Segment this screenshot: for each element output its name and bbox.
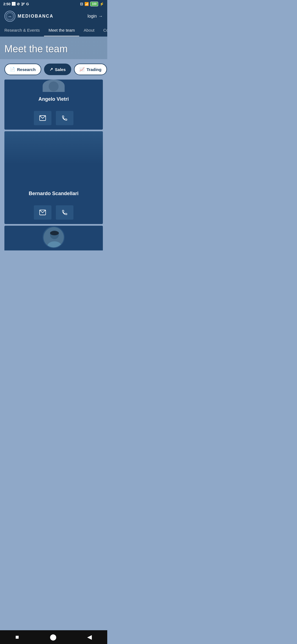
card-actions-bernardo — [4, 202, 103, 224]
battery-indicator: 100 — [90, 2, 98, 6]
screen-record-icon: ⊡ — [80, 2, 83, 6]
filter-trading-button[interactable]: 📈 Trading — [74, 64, 107, 75]
avatar-partial-third — [43, 226, 65, 248]
member-name-angelo: Angelo Vietri — [9, 96, 98, 102]
research-label: Research — [17, 67, 36, 72]
svg-point-11 — [50, 231, 59, 235]
brand-name: MEDIOBANCA — [18, 14, 53, 19]
trading-icon: 📈 — [79, 67, 85, 72]
filter-sales-button[interactable]: ↗ Sales — [44, 64, 71, 75]
team-card-bernardo: Bernardo Scandellari — [4, 131, 103, 224]
team-card-partial-bottom — [4, 226, 103, 250]
svg-text:MB: MB — [9, 16, 12, 18]
trading-label: Trading — [87, 67, 101, 72]
sales-icon: ↗ — [50, 67, 53, 72]
signal-icon: 🅽 — [12, 2, 15, 6]
phone-button-bernardo[interactable] — [56, 205, 73, 220]
phone-button-angelo[interactable] — [56, 111, 73, 125]
team-card-angelo: Angelo Vietri — [4, 80, 103, 130]
cards-area: Angelo Vietri Bernardo Scandellari — [0, 80, 107, 255]
app-header: MB MEDIOBANCA login → — [0, 8, 107, 24]
g-icon: G — [26, 2, 29, 6]
card-actions-angelo — [4, 108, 103, 130]
email-button-bernardo[interactable] — [34, 205, 51, 220]
status-bar: 2:50 🅽 ⊘ 🕊 G ⊡ 📶 100 ⚡ — [0, 0, 107, 8]
login-label[interactable]: login — [87, 14, 97, 19]
nav-tabs: Research & Events Meet the team About Co… — [0, 24, 107, 37]
card-body-bernardo: Bernardo Scandellari — [4, 186, 103, 202]
member-name-bernardo: Bernardo Scandellari — [9, 191, 98, 197]
bernardo-photo-area — [4, 131, 103, 186]
filter-area: 📄 Research ↗ Sales 📈 Trading — [0, 59, 107, 80]
login-area[interactable]: login → — [87, 14, 103, 19]
bolt-icon: ⚡ — [100, 2, 104, 6]
sales-label: Sales — [55, 67, 66, 72]
tab-research-events[interactable]: Research & Events — [0, 24, 44, 36]
login-icon: → — [98, 14, 103, 19]
dove-icon: 🕊 — [21, 2, 25, 6]
page-title: Meet the team — [4, 43, 103, 55]
avatar-partial-angelo — [43, 80, 65, 92]
email-button-angelo[interactable] — [34, 111, 51, 125]
status-right: ⊡ 📶 100 ⚡ — [80, 2, 104, 6]
tab-contact[interactable]: Co... — [99, 24, 108, 36]
time-display: 2:50 — [3, 2, 10, 6]
research-icon: 📄 — [10, 67, 15, 72]
logo-circle: MB — [4, 11, 15, 22]
svg-point-4 — [49, 81, 59, 91]
card-body-angelo: Angelo Vietri — [4, 92, 103, 108]
status-left: 2:50 🅽 ⊘ 🕊 G — [3, 2, 29, 6]
logo-area: MB MEDIOBANCA — [4, 11, 53, 22]
wifi-icon: 📶 — [84, 2, 89, 6]
tab-about[interactable]: About — [79, 24, 99, 36]
page-title-section: Meet the team — [0, 37, 107, 59]
circle-icon: ⊘ — [17, 2, 20, 6]
filter-research-button[interactable]: 📄 Research — [4, 64, 41, 75]
tab-meet-the-team[interactable]: Meet the team — [44, 24, 79, 36]
